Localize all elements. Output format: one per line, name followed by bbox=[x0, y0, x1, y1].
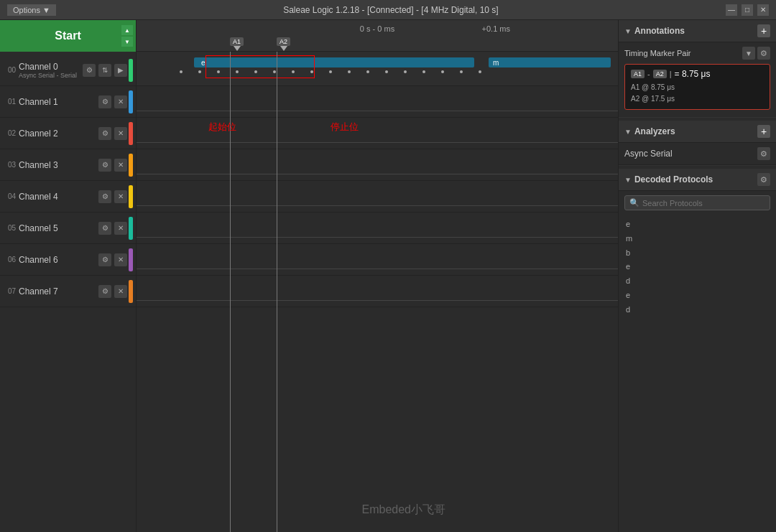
arrow-down[interactable]: ▼ bbox=[121, 37, 133, 47]
channel-row-6: 06 Channel 6 ⚙ ✕ bbox=[0, 244, 136, 276]
low-line-6 bbox=[137, 269, 618, 269]
channel-gear-2[interactable]: ⚙ bbox=[98, 127, 111, 140]
decoded-protocols-title: Decoded Protocols bbox=[634, 174, 757, 185]
channel-name-2: Channel 2 bbox=[19, 129, 98, 139]
annotations-header: ▼ Annotations + bbox=[619, 20, 776, 42]
options-button[interactable]: Options ▼ bbox=[7, 4, 56, 16]
track-row-3 bbox=[137, 149, 618, 181]
channel-name-5: Channel 5 bbox=[19, 223, 98, 233]
signal-e-label: e bbox=[201, 59, 205, 67]
marker-a1-arrow bbox=[234, 46, 241, 51]
channel-num-1: 01 bbox=[3, 98, 16, 106]
channel-num-0: 00 bbox=[3, 66, 16, 74]
annotations-add-button[interactable]: + bbox=[757, 24, 770, 37]
channel-arrows-0[interactable]: ⇅ bbox=[98, 64, 111, 77]
maximize-button[interactable]: □ bbox=[742, 4, 753, 16]
equals-sep: | bbox=[670, 70, 672, 78]
timing-marker-gear[interactable]: ⚙ bbox=[757, 47, 770, 60]
channel-color-0 bbox=[129, 59, 133, 82]
channel-x-6[interactable]: ✕ bbox=[114, 253, 127, 266]
main-layout: Start ▲ ▼ 00 Channel 0 Async Serial - Se… bbox=[0, 20, 776, 532]
channel-gear-5[interactable]: ⚙ bbox=[98, 222, 111, 235]
track-row-7 bbox=[137, 276, 618, 307]
channel-name-0: Channel 0 bbox=[19, 62, 83, 72]
analyzer-gear-0[interactable]: ⚙ bbox=[757, 147, 770, 160]
channel-gear-4[interactable]: ⚙ bbox=[98, 190, 111, 203]
channel-color-2 bbox=[129, 122, 133, 145]
close-button[interactable]: ✕ bbox=[757, 4, 769, 16]
channel-icons-6: ⚙ ✕ bbox=[98, 253, 127, 266]
low-line-3 bbox=[137, 174, 618, 174]
channel-x-3[interactable]: ✕ bbox=[114, 159, 127, 172]
channel-gear-3[interactable]: ⚙ bbox=[98, 159, 111, 172]
arrow-up[interactable]: ▲ bbox=[121, 25, 133, 35]
channel-x-4[interactable]: ✕ bbox=[114, 190, 127, 203]
marker-a2-label: A2 bbox=[277, 37, 290, 46]
left-panel: Start ▲ ▼ 00 Channel 0 Async Serial - Se… bbox=[0, 20, 137, 532]
annotations-section: Timing Marker Pair ▼ ⚙ A1 - A2 | = 8.75 … bbox=[619, 42, 776, 118]
right-panel: ▼ Annotations + Timing Marker Pair ▼ ⚙ A… bbox=[618, 20, 776, 532]
search-icon: 🔍 bbox=[629, 198, 639, 207]
channel-name-7: Channel 7 bbox=[19, 286, 98, 297]
low-line-1 bbox=[137, 111, 618, 111]
track-row-2 bbox=[137, 118, 618, 149]
analyzers-add-button[interactable]: + bbox=[757, 125, 770, 138]
channel-gear-1[interactable]: ⚙ bbox=[98, 95, 111, 108]
decoded-protocols-gear[interactable]: ⚙ bbox=[757, 173, 770, 186]
channel-right-0[interactable]: ▶ bbox=[114, 64, 127, 77]
track-row-5 bbox=[137, 213, 618, 244]
channel-x-5[interactable]: ✕ bbox=[114, 222, 127, 235]
decoded-item-2: b bbox=[626, 246, 769, 261]
channel-row-1: 01 Channel 1 ⚙ ✕ bbox=[0, 86, 136, 118]
timing-info-box: A1 - A2 | = 8.75 μs A1 @ 8.75 μs A2 @ 17… bbox=[624, 64, 770, 110]
decoded-item-3: e bbox=[626, 260, 769, 274]
track-row-6 bbox=[137, 244, 618, 276]
channel-color-1 bbox=[129, 90, 133, 113]
track-row-0: e m bbox=[137, 52, 618, 86]
channel-x-1[interactable]: ✕ bbox=[114, 95, 127, 108]
channel-icons-5: ⚙ ✕ bbox=[98, 222, 127, 235]
search-input[interactable] bbox=[642, 199, 765, 207]
timing-value: = 8.75 μs bbox=[675, 69, 711, 79]
signal-m-label: m bbox=[493, 59, 499, 67]
channel-gear-7[interactable]: ⚙ bbox=[98, 285, 111, 298]
track-row-1 bbox=[137, 86, 618, 118]
center-panel: 0 s - 0 ms +0.1 ms A1 A2 e bbox=[137, 20, 618, 532]
window-controls: — □ ✕ bbox=[726, 4, 769, 16]
minimize-button[interactable]: — bbox=[726, 4, 737, 16]
dash-sep: - bbox=[647, 70, 650, 78]
timing-marker-triangle[interactable]: ▼ bbox=[742, 47, 755, 60]
decoded-item-4: d bbox=[626, 274, 769, 289]
a2-badge: A2 bbox=[653, 70, 667, 78]
channel-name-4: Channel 4 bbox=[19, 192, 98, 202]
timeline-plus-time: +0.1 ms bbox=[482, 24, 510, 33]
channel-icons-4: ⚙ ✕ bbox=[98, 190, 127, 203]
timing-marker-row: Timing Marker Pair ▼ ⚙ bbox=[624, 47, 770, 60]
channel-x-7[interactable]: ✕ bbox=[114, 285, 127, 298]
decoded-list: e m b e d e d bbox=[619, 215, 776, 532]
low-line-7 bbox=[137, 300, 618, 301]
timeline-header: 0 s - 0 ms +0.1 ms A1 A2 bbox=[137, 20, 618, 52]
channel-icons-7: ⚙ ✕ bbox=[98, 285, 127, 298]
low-line-4 bbox=[137, 205, 618, 206]
channel-icons-2: ⚙ ✕ bbox=[98, 127, 127, 140]
channel-num-2: 02 bbox=[3, 129, 16, 137]
channel-row-2: 02 Channel 2 ⚙ ✕ bbox=[0, 118, 136, 149]
start-button[interactable]: Start ▲ ▼ bbox=[0, 20, 136, 52]
start-arrows: ▲ ▼ bbox=[121, 20, 133, 52]
timing-sub: A1 @ 8.75 μs A2 @ 17.5 μs bbox=[631, 82, 764, 105]
decoded-protocols-header: ▼ Decoded Protocols ⚙ bbox=[619, 169, 776, 191]
channel-gear-0[interactable]: ⚙ bbox=[83, 64, 96, 77]
decoded-item-0: e bbox=[626, 218, 769, 232]
channel-x-2[interactable]: ✕ bbox=[114, 127, 127, 140]
low-line-5 bbox=[137, 237, 618, 238]
decoded-triangle: ▼ bbox=[624, 176, 632, 184]
signal-bar-e: e bbox=[194, 57, 474, 67]
signal-dots bbox=[180, 69, 611, 73]
channel-num-3: 03 bbox=[3, 161, 16, 169]
channel-gear-6[interactable]: ⚙ bbox=[98, 253, 111, 266]
low-line-2 bbox=[137, 142, 618, 143]
channel-num-7: 07 bbox=[3, 287, 16, 295]
annotations-title: Annotations bbox=[634, 26, 757, 36]
signal-bar-m: m bbox=[489, 57, 611, 67]
